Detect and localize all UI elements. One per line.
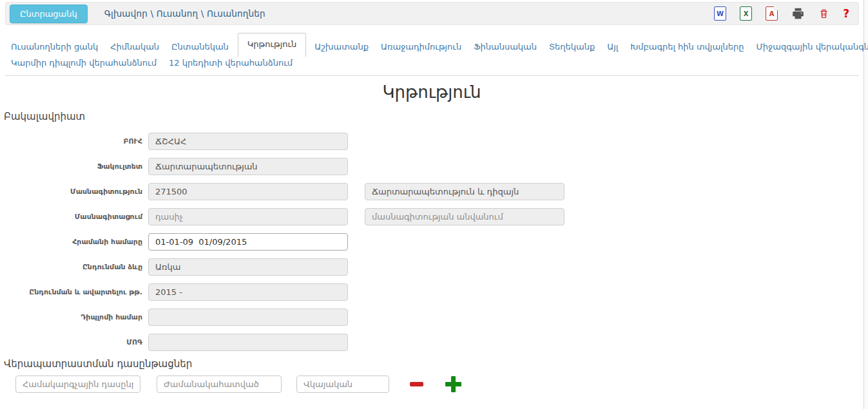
tab-row-2: Կարմիր դիպլոմի վերահանձնում 12 կրեդիտի վ…: [5, 57, 859, 76]
form-row-order-number: Հրամանի համարը: [4, 229, 861, 254]
tab-international-restore[interactable]: Միջազգային վերականգնում: [751, 37, 868, 57]
tab-students-list[interactable]: Ուսանողների ցանկ: [5, 37, 104, 57]
form-row-gpa: ՄՈԳ: [4, 330, 861, 355]
retraining-section-title: Վերապատրաստման դասընթացներ: [4, 358, 861, 370]
print-icon[interactable]: [791, 7, 805, 20]
faculty-input: [148, 158, 348, 175]
diploma-number-label: Դիպլոմի համար: [4, 313, 148, 321]
menu-button[interactable]: Ընտրացանկ: [10, 5, 88, 23]
pdf-fold-corner: [774, 6, 778, 10]
scrollbar-track[interactable]: [863, 0, 868, 409]
word-letter: W: [717, 10, 724, 17]
gpa-label: ՄՈԳ: [4, 338, 148, 347]
bachelor-section: Բակալավրիատ ԲՈՒՀ Ֆակուլտետ Մասնագիտությո…: [4, 111, 861, 355]
header-bar: Ընտրացանկ Գլխավոր \ Ուսանող \ Ուսանողներ…: [5, 2, 859, 25]
tab-reference[interactable]: Տեղեկանք: [543, 37, 601, 57]
add-row-icon[interactable]: [445, 376, 461, 392]
help-icon[interactable]: ?: [843, 7, 849, 20]
computer-course-input[interactable]: [15, 376, 140, 393]
retraining-section: Վերապատրաստման դասընթացներ: [4, 358, 861, 393]
admission-type-label: Ընդունման ձևը: [4, 263, 148, 271]
tab-financial[interactable]: Ֆինանսական: [468, 37, 543, 57]
university-input: [148, 133, 348, 150]
excel-letter: X: [744, 10, 749, 17]
tab-work[interactable]: Աշխատանք: [309, 37, 374, 57]
form-row-diploma-number: Դիպլոմի համար: [4, 305, 861, 330]
page-title: Կրթություն: [0, 82, 863, 102]
tab-12-credit-resubmit[interactable]: 12 կրեդիտի վերահանձնում: [163, 55, 298, 70]
specialization-name-input: [365, 208, 564, 225]
remove-row-icon[interactable]: [410, 382, 423, 386]
tab-family[interactable]: Ընտանեկան: [166, 37, 235, 57]
form-row-specialization: Մասնագիտացում: [4, 204, 861, 229]
admission-years-label: Ընդունման և ավարտելու թթ.: [4, 288, 148, 296]
specialization-label: Մասնագիտացում: [4, 213, 148, 221]
order-number-label: Հրամանի համարը: [4, 238, 148, 246]
pdf-letter: A: [769, 10, 775, 17]
faculty-label: Ֆակուլտետ: [4, 162, 148, 171]
export-pdf-icon[interactable]: A: [766, 6, 778, 21]
admission-type-input: [148, 258, 348, 276]
form-row-faculty: Ֆակուլտետ: [4, 154, 861, 179]
tab-progress[interactable]: Առաջադիմություն: [375, 37, 467, 57]
form-row-university: ԲՈՒՀ: [4, 129, 861, 154]
form-row-admission-years: Ընդունման և ավարտելու թթ.: [4, 280, 861, 305]
university-label: ԲՈՒՀ: [4, 137, 148, 146]
profession-name-input: [365, 183, 564, 200]
tab-education[interactable]: Կրթություն: [238, 33, 307, 57]
breadcrumb[interactable]: Գլխավոր \ Ուսանող \ Ուսանողներ: [104, 8, 265, 19]
tab-edit-old-data[interactable]: Խմբագրել հին տվյալները: [624, 37, 749, 57]
order-number-input[interactable]: [148, 233, 348, 251]
tab-navigation: Ուսանողների ցանկ Հիմնական Ընտանեկան Կրթո…: [5, 32, 859, 76]
period-input[interactable]: [157, 376, 282, 393]
tab-row-1: Ուսանողների ցանկ Հիմնական Ընտանեկան Կրթո…: [5, 32, 859, 57]
gpa-input: [148, 334, 348, 351]
specialization-code-input: [148, 208, 348, 225]
tab-other[interactable]: Այլ: [601, 37, 624, 57]
profession-label: Մասնագիտություն: [4, 187, 148, 196]
tab-main[interactable]: Հիմնական: [104, 37, 165, 57]
header-icon-group: W X A ?: [714, 6, 849, 21]
diploma-number-input: [148, 309, 348, 326]
retraining-row: [15, 376, 861, 393]
export-word-icon[interactable]: W: [714, 6, 726, 21]
tab-red-diploma-resubmit[interactable]: Կարմիր դիպլոմի վերահանձնում: [5, 55, 162, 70]
profession-code-input: [148, 183, 348, 200]
export-excel-icon[interactable]: X: [740, 6, 752, 21]
form-row-profession: Մասնագիտություն: [4, 179, 861, 204]
form-row-admission-type: Ընդունման ձևը: [4, 254, 861, 280]
certificate-input[interactable]: [296, 376, 389, 393]
bachelor-section-title: Բակալավրիատ: [4, 111, 861, 122]
admission-years-input: [148, 283, 348, 301]
delete-icon[interactable]: [818, 7, 829, 20]
